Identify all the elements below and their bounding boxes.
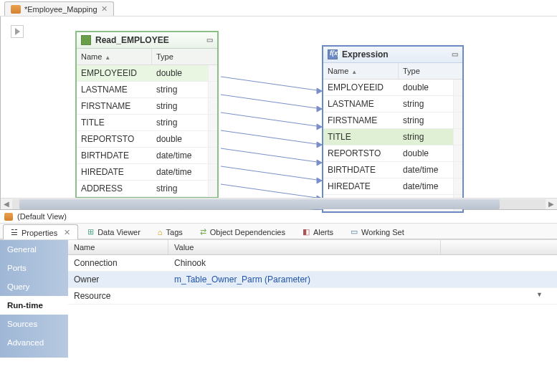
output-port[interactable] <box>208 65 217 81</box>
working-set-icon: ▭ <box>351 227 358 236</box>
property-row-owner[interactable]: Owner m_Table_Owner_Parm (Parameter) <box>68 272 557 288</box>
property-value[interactable]: Chinook <box>168 255 557 272</box>
sort-icon: ▲ <box>105 54 110 61</box>
mapping-canvas[interactable]: Read_EMPLOYEE ▭ Name▲ Type EMPLOYEEIDdou… <box>0 16 557 210</box>
expression-icon: f(x) <box>328 49 338 59</box>
close-icon[interactable]: ✕ <box>64 228 70 237</box>
field-row[interactable]: TITLEstring <box>77 115 217 131</box>
minimize-icon[interactable]: ▭ <box>206 36 213 44</box>
tab-properties[interactable]: ☱Properties✕ <box>3 224 78 239</box>
tags-icon: ⌂ <box>158 228 163 236</box>
field-row[interactable]: LASTNAMEstring <box>323 96 462 113</box>
tab-object-dependencies[interactable]: ⇄Object Dependencies <box>192 224 293 239</box>
output-port[interactable] <box>208 115 217 130</box>
horizontal-scrollbar[interactable]: ◀ ▶ <box>1 198 557 209</box>
field-row[interactable]: HIREDATEdate/time <box>77 164 217 181</box>
properties-panel: General Ports Query Run-time Sources Adv… <box>0 239 557 358</box>
field-row[interactable]: EMPLOYEEIDdouble <box>323 80 462 96</box>
field-row[interactable]: TITLEstring <box>323 129 462 145</box>
io-port[interactable] <box>453 80 462 95</box>
field-row[interactable]: ADDRESSstring <box>77 181 217 197</box>
output-port[interactable] <box>208 98 217 114</box>
io-port[interactable] <box>453 113 462 128</box>
svg-marker-1 <box>317 88 322 94</box>
play-icon <box>15 28 20 35</box>
svg-marker-5 <box>317 124 322 130</box>
svg-marker-7 <box>317 142 322 148</box>
col-header-value[interactable]: Value <box>168 240 441 254</box>
output-port[interactable] <box>208 181 217 196</box>
output-port[interactable] <box>208 164 217 180</box>
node-title: Expression <box>342 49 389 59</box>
property-name: Owner <box>68 272 168 288</box>
sidebar-item-advanced[interactable]: Advanced <box>0 333 68 352</box>
node-expression[interactable]: f(x) Expression ▭ Name▲ Type EMPLOYEEIDd… <box>322 45 464 213</box>
column-headers: Name▲ Type <box>77 49 217 65</box>
scroll-track[interactable] <box>12 199 546 209</box>
field-row[interactable]: LASTNAMEstring <box>77 82 217 98</box>
svg-marker-9 <box>317 160 322 166</box>
dropdown-arrow-icon[interactable]: ▼ <box>536 291 543 298</box>
io-port[interactable] <box>453 145 462 161</box>
io-port[interactable] <box>453 162 462 178</box>
svg-marker-3 <box>317 106 322 112</box>
field-row[interactable]: EMPLOYEEIDdouble <box>77 65 217 82</box>
field-row[interactable]: BIRTHDATEdate/time <box>323 162 462 178</box>
scroll-thumb[interactable] <box>19 199 500 209</box>
node-header[interactable]: Read_EMPLOYEE ▭ <box>77 32 217 49</box>
sidebar-item-general[interactable]: General <box>0 240 68 259</box>
col-header-name[interactable]: Name <box>68 240 168 254</box>
property-row-connection[interactable]: Connection Chinook <box>68 255 557 272</box>
scroll-left-arrow[interactable]: ◀ <box>1 200 12 208</box>
svg-line-2 <box>221 95 322 109</box>
view-label[interactable]: (Default View) <box>17 212 67 221</box>
close-icon[interactable]: ✕ <box>101 4 108 14</box>
output-port[interactable] <box>208 148 217 163</box>
tab-alerts[interactable]: ◧Alerts <box>295 224 341 239</box>
column-headers: Name▲ Type <box>323 63 462 80</box>
col-name-header[interactable]: Name▲ <box>77 49 152 64</box>
property-value-dropdown[interactable]: ▼ <box>168 288 557 305</box>
property-value[interactable]: m_Table_Owner_Parm (Parameter) <box>168 272 557 288</box>
field-row[interactable]: FIRSTNAMEstring <box>77 98 217 115</box>
node-read-employee[interactable]: Read_EMPLOYEE ▭ Name▲ Type EMPLOYEEIDdou… <box>75 31 219 199</box>
tab-working-set[interactable]: ▭Working Set <box>343 224 412 239</box>
io-port[interactable] <box>453 96 462 112</box>
source-icon <box>81 35 91 45</box>
field-row[interactable]: BIRTHDATEdate/time <box>77 148 217 164</box>
field-row[interactable]: HIREDATEdate/time <box>323 178 462 195</box>
tab-tags[interactable]: ⌂Tags <box>150 224 191 239</box>
sort-icon: ▲ <box>351 69 357 75</box>
field-row[interactable]: REPORTSTOdouble <box>323 145 462 162</box>
sidebar-item-query[interactable]: Query <box>0 277 68 296</box>
mapping-icon <box>11 5 21 14</box>
properties-sidebar: General Ports Query Run-time Sources Adv… <box>0 240 68 358</box>
output-port[interactable] <box>208 131 217 147</box>
io-port[interactable] <box>453 129 462 145</box>
run-button[interactable] <box>11 25 24 38</box>
field-row[interactable]: REPORTSTOdouble <box>77 131 217 148</box>
output-port[interactable] <box>208 82 217 97</box>
field-row[interactable]: FIRSTNAMEstring <box>323 113 462 129</box>
io-port[interactable] <box>453 178 462 194</box>
svg-line-0 <box>221 77 322 91</box>
minimize-icon[interactable]: ▭ <box>452 50 458 58</box>
sidebar-item-sources[interactable]: Sources <box>0 315 68 333</box>
col-type-header[interactable]: Type <box>399 63 462 79</box>
node-header[interactable]: f(x) Expression ▭ <box>323 47 462 63</box>
property-row-resource[interactable]: Resource ▼ <box>68 288 557 305</box>
view-icon <box>4 213 13 221</box>
sidebar-item-ports[interactable]: Ports <box>0 259 68 277</box>
dependencies-icon: ⇄ <box>200 227 206 236</box>
col-type-header[interactable]: Type <box>152 49 217 64</box>
editor-tab[interactable]: *Employee_Mapping ✕ <box>4 1 114 16</box>
col-name-header[interactable]: Name▲ <box>323 63 399 79</box>
scroll-right-arrow[interactable]: ▶ <box>546 200 557 208</box>
sidebar-item-runtime[interactable]: Run-time <box>0 296 68 315</box>
svg-marker-11 <box>317 178 322 183</box>
view-bar: (Default View) <box>0 210 557 224</box>
properties-table-header: Name Value <box>68 240 557 255</box>
tab-data-viewer[interactable]: ⊞Data Viewer <box>80 224 148 239</box>
node-title: Read_EMPLOYEE <box>95 35 169 45</box>
svg-line-4 <box>221 113 322 127</box>
